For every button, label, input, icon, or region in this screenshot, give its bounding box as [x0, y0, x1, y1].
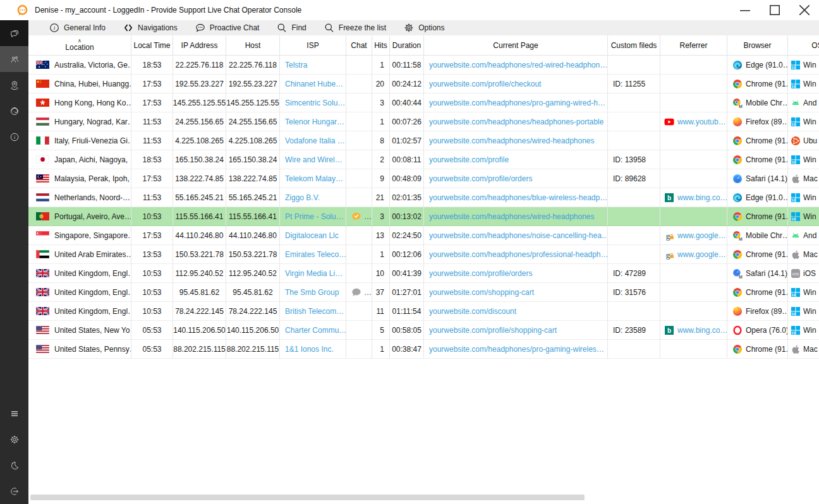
visitor-row[interactable]: United Arab Emirates…13:53150.53.221.781… [28, 245, 819, 264]
flag-jp-icon [36, 155, 49, 164]
column-header-host[interactable]: Host [226, 35, 280, 56]
current-page-link[interactable]: yourwebsite.com/headphones/noise-cancell… [429, 231, 608, 240]
sidebar-item-visitor-map[interactable] [0, 72, 28, 98]
visitor-row[interactable]: Japan, Aichi, Nagoya, …18:53165.150.38.2… [28, 150, 819, 169]
current-page-link[interactable]: yourwebsite.com/shopping-cart [429, 288, 534, 297]
browser-name: Chrome (91… [746, 288, 788, 297]
column-label-location: Location [65, 43, 94, 52]
toolbar-button-general-info[interactable]: iGeneral Info [49, 23, 106, 33]
current-page-link[interactable]: yourwebsite.com/headphones/blue-wireless… [429, 193, 607, 202]
flag-cn-icon [36, 80, 49, 88]
sidebar-item-visitors[interactable] [0, 46, 28, 72]
visitor-row[interactable]: Portugal, Aveiro, Ave…10:53115.55.166.41… [28, 207, 819, 226]
moon-stars-icon [9, 460, 20, 471]
maximize-button[interactable] [760, 0, 789, 20]
close-button[interactable] [789, 0, 819, 20]
isp-link[interactable]: Digitalocean Llc [285, 231, 339, 240]
sidebar-item-chats[interactable] [0, 20, 28, 46]
isp-link[interactable]: Charter Commu… [285, 326, 346, 335]
os-name: iOS [803, 269, 816, 278]
referrer-link[interactable]: www.bing.co… [677, 193, 727, 202]
isp-link[interactable]: British Telecom… [285, 307, 344, 316]
toolbar-button-options[interactable]: Options [404, 23, 444, 33]
column-header-chat[interactable]: Chat [346, 35, 372, 56]
column-header-ip[interactable]: IP Address [173, 35, 226, 56]
referrer-link[interactable]: www.youtub… [677, 117, 726, 126]
current-page-link[interactable]: yourwebsite.com/profile/orders [429, 174, 532, 183]
current-page-link[interactable]: yourwebsite.com/headphones/headphones-po… [429, 117, 604, 126]
column-header-page[interactable]: Current Page [424, 35, 608, 56]
referrer-link[interactable]: www.google… [677, 231, 726, 240]
cell-host: 55.165.245.21 [226, 188, 280, 207]
horizontal-scrollbar-thumb[interactable] [30, 495, 585, 500]
isp-link[interactable]: Ziggo B.V. [285, 193, 320, 202]
sidebar-item-settings[interactable] [0, 426, 28, 452]
column-header-hits[interactable]: Hits [372, 35, 390, 56]
isp-link[interactable]: Vodafone Italia … [285, 136, 345, 145]
cell-local-time: 17:53 [131, 93, 173, 112]
toolbar-label-navigations: Navigations [138, 23, 178, 32]
current-page-link[interactable]: yourwebsite.com/headphones/professional-… [429, 250, 608, 259]
isp-link[interactable]: Virgin Media Li… [285, 269, 343, 278]
visitor-row[interactable]: Singapore, Singapore…17:5344.110.246.804… [28, 226, 819, 245]
toolbar-button-freeze-the-list[interactable]: Freeze the list [324, 23, 386, 33]
toolbar-button-navigations[interactable]: Navigations [123, 23, 178, 33]
current-page-link[interactable]: yourwebsite.com/headphones/pro-gaming-wi… [429, 345, 604, 354]
isp-link[interactable]: Emirates Teleco… [285, 250, 346, 259]
cell-custom-fields: ID: 23589 [608, 321, 660, 340]
isp-link[interactable]: 1&1 Ionos Inc. [285, 345, 334, 354]
sidebar-item-operator[interactable] [0, 98, 28, 124]
visitor-row[interactable]: United Kingdom, Engl…10:5378.24.222.1457… [28, 302, 819, 321]
isp-link[interactable]: Telenor Hungar… [285, 117, 344, 126]
cell-isp: Emirates Teleco… [280, 245, 346, 264]
sidebar-item-logout[interactable] [0, 478, 28, 504]
current-page-link[interactable]: yourwebsite.com/profile/shopping-cart [429, 326, 557, 335]
column-header-duration[interactable]: Duration [390, 35, 424, 56]
isp-link[interactable]: Telekom Malay… [285, 174, 343, 183]
cell-referrer: gwww.google… [660, 226, 727, 245]
column-header-os[interactable]: OS [788, 35, 819, 56]
visitor-row[interactable]: United States, New Yo…05:53140.115.206.5… [28, 321, 819, 340]
column-header-custom[interactable]: Custom fileds [608, 35, 660, 56]
sidebar-item-info[interactable]: i [0, 124, 28, 150]
isp-link[interactable]: Wire and Wirel… [285, 155, 343, 164]
windows-icon: 10 [791, 79, 801, 89]
minimize-button[interactable] [730, 0, 760, 20]
sidebar-item-night-mode[interactable] [0, 452, 28, 478]
isp-link[interactable]: Telstra [285, 61, 307, 69]
isp-link[interactable]: The Smb Group [285, 288, 339, 297]
current-page-link[interactable]: yourwebsite.com/profile/orders [429, 269, 532, 278]
column-header-local_time[interactable]: Local Time [131, 35, 173, 56]
referrer-link[interactable]: www.bing.co… [677, 326, 727, 335]
current-page-link[interactable]: yourwebsite.com/discount [429, 307, 516, 316]
current-page-link[interactable]: yourwebsite.com/headphones/pro-gaming-wi… [429, 99, 605, 107]
current-page-link[interactable]: yourwebsite.com/profile/checkout [429, 80, 541, 88]
visitor-row[interactable]: United Kingdom, Engl…10:5395.45.81.6295.… [28, 283, 819, 302]
column-header-location[interactable]: ∧Location [28, 35, 131, 56]
current-page-link[interactable]: yourwebsite.com/profile [429, 155, 509, 164]
cell-current-page: yourwebsite.com/profile [424, 150, 608, 169]
toolbar-button-find[interactable]: Find [277, 23, 306, 33]
visitor-row[interactable]: Australia, Victoria, Ge…18:5322.225.76.1… [28, 56, 819, 75]
referrer-link[interactable]: www.google… [677, 250, 726, 259]
visitor-row[interactable]: Hong Kong, Hong Ko…17:53145.255.125.5514… [28, 93, 819, 112]
visitor-row[interactable]: Italy, Friuli-Venezia Gi…11:534.225.108.… [28, 131, 819, 150]
visitor-row[interactable]: United Kingdom, Engl…10:53112.95.240.521… [28, 264, 819, 283]
isp-link[interactable]: Pt Prime - Solu… [285, 212, 344, 221]
visitor-row[interactable]: Netherlands, Noord-…11:5355.165.245.2155… [28, 188, 819, 207]
visitor-row[interactable]: United States, Pennsy…05:5388.202.215.11… [28, 340, 819, 359]
column-header-browser[interactable]: Browser [727, 35, 788, 56]
visitor-row[interactable]: China, Hubei, Huangg…17:53192.55.23.2271… [28, 75, 819, 93]
current-page-link[interactable]: yourwebsite.com/headphones/wired-headpho… [429, 212, 595, 221]
sidebar-item-menu[interactable] [0, 400, 28, 426]
visitor-row[interactable]: Malaysia, Perak, Ipoh, …17:53138.222.74.… [28, 169, 819, 188]
column-header-isp[interactable]: ISP [280, 35, 346, 56]
visitor-row[interactable]: Hungary, Nograd, Kar…11:5324.255.156.652… [28, 112, 819, 131]
isp-link[interactable]: Simcentric Solu… [285, 99, 345, 107]
current-page-link[interactable]: yourwebsite.com/headphones/wired-headpho… [429, 136, 595, 145]
google-icon: g [664, 231, 674, 241]
isp-link[interactable]: Chinanet Hube… [285, 80, 343, 88]
column-header-referrer[interactable]: Referrer [660, 35, 727, 56]
current-page-link[interactable]: yourwebsite.com/headphones/red-wired-hea… [429, 61, 607, 69]
toolbar-button-proactive-chat[interactable]: Proactive Chat [195, 23, 260, 33]
